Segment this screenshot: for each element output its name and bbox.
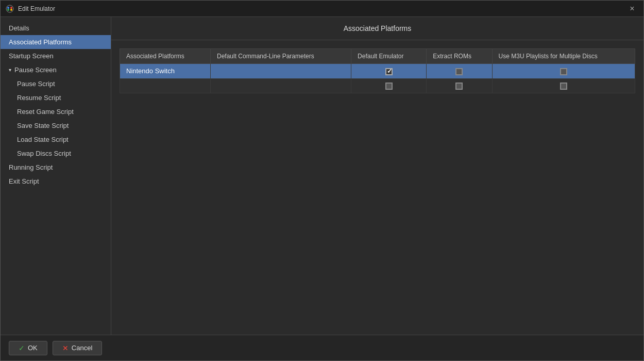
svg-point-2 bbox=[10, 7, 12, 9]
footer: ✓ OK ✕ Cancel bbox=[1, 335, 643, 360]
cancel-icon: ✕ bbox=[62, 344, 69, 352]
sidebar-item-pause-script[interactable]: Pause Script bbox=[1, 77, 111, 91]
checkbox-m3u-empty[interactable] bbox=[560, 83, 567, 90]
cell-default-emulator-empty[interactable] bbox=[351, 78, 427, 93]
cell-cmd-empty bbox=[210, 78, 351, 93]
cell-extract-roms[interactable] bbox=[427, 64, 492, 79]
checkbox-default-emulator[interactable] bbox=[385, 68, 393, 75]
cell-m3u[interactable] bbox=[492, 64, 635, 79]
checkbox-extract-roms-empty[interactable] bbox=[455, 83, 463, 90]
sidebar-item-load-state-script[interactable]: Load State Script bbox=[1, 133, 111, 146]
sidebar-item-save-state-script[interactable]: Save State Script bbox=[1, 119, 111, 133]
col-header-extract-roms: Extract ROMs bbox=[427, 49, 492, 64]
checkbox-extract-roms[interactable] bbox=[455, 68, 463, 75]
svg-point-0 bbox=[6, 5, 13, 12]
svg-point-3 bbox=[7, 9, 9, 11]
col-header-default-emulator: Default Emulator bbox=[351, 49, 427, 64]
col-header-platform: Associated Platforms bbox=[120, 49, 211, 64]
cancel-button[interactable]: ✕ Cancel bbox=[53, 341, 102, 355]
title-bar-left: Edit Emulator bbox=[6, 5, 55, 13]
sidebar-item-associated-platforms[interactable]: Associated Platforms bbox=[1, 35, 111, 49]
cell-default-emulator[interactable] bbox=[351, 64, 427, 79]
sidebar-item-running-script[interactable]: Running Script bbox=[1, 160, 111, 174]
ok-label: OK bbox=[28, 344, 38, 352]
window-title: Edit Emulator bbox=[18, 5, 55, 12]
col-header-m3u: Use M3U Playlists for Multiple Discs bbox=[492, 49, 635, 64]
ok-button[interactable]: ✓ OK bbox=[9, 341, 47, 355]
panel-title: Associated Platforms bbox=[111, 17, 643, 40]
panel: Associated Platforms Associated Platform… bbox=[111, 17, 643, 335]
panel-body: Associated Platforms Default Command-Lin… bbox=[111, 40, 643, 335]
close-button[interactable]: × bbox=[626, 3, 638, 15]
app-icon bbox=[6, 5, 14, 13]
platforms-table: Associated Platforms Default Command-Lin… bbox=[120, 48, 635, 93]
col-header-cmdparams: Default Command-Line Parameters bbox=[210, 49, 351, 64]
cancel-label: Cancel bbox=[72, 344, 92, 352]
svg-point-4 bbox=[10, 9, 12, 11]
cell-extract-roms-empty[interactable] bbox=[427, 78, 492, 93]
title-bar: Edit Emulator × bbox=[1, 1, 643, 17]
sidebar-item-exit-script[interactable]: Exit Script bbox=[1, 174, 111, 188]
sidebar-item-startup-screen[interactable]: Startup Screen bbox=[1, 49, 111, 63]
table-row bbox=[120, 78, 635, 93]
table-row[interactable]: Nintendo Switch bbox=[120, 64, 635, 79]
sidebar-item-swap-discs-script[interactable]: Swap Discs Script bbox=[1, 146, 111, 160]
checkbox-m3u[interactable] bbox=[560, 68, 567, 75]
ok-icon: ✓ bbox=[19, 344, 25, 352]
cell-platform-empty bbox=[120, 78, 211, 93]
sidebar: Details Associated Platforms Startup Scr… bbox=[1, 17, 111, 335]
sidebar-item-pause-screen[interactable]: ▾ Pause Screen bbox=[1, 63, 111, 77]
cell-platform: Nintendo Switch bbox=[120, 64, 211, 79]
cell-m3u-empty[interactable] bbox=[492, 78, 635, 93]
sidebar-item-details[interactable]: Details bbox=[1, 21, 111, 35]
svg-point-1 bbox=[7, 7, 9, 9]
main-content: Details Associated Platforms Startup Scr… bbox=[1, 17, 643, 335]
checkbox-default-emulator-empty[interactable] bbox=[385, 83, 393, 90]
sidebar-item-reset-game-script[interactable]: Reset Game Script bbox=[1, 105, 111, 119]
sidebar-item-resume-script[interactable]: Resume Script bbox=[1, 91, 111, 105]
cell-cmd-params bbox=[210, 64, 351, 79]
chevron-down-icon: ▾ bbox=[9, 67, 11, 73]
edit-emulator-dialog: Edit Emulator × Details Associated Platf… bbox=[0, 0, 644, 361]
